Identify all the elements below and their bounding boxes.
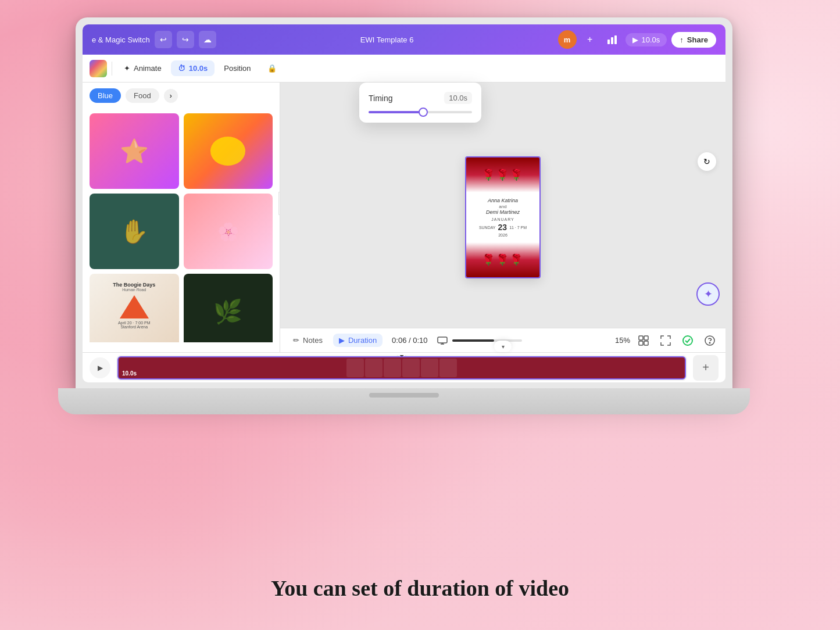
- style-card-6[interactable]: 🌿: [184, 274, 273, 342]
- tag-more-arrow[interactable]: ›: [164, 89, 178, 103]
- project-title: EWI Template 6: [223, 35, 551, 44]
- tag-food[interactable]: Food: [126, 88, 159, 103]
- canvas-refresh-button[interactable]: ↻: [698, 152, 716, 171]
- timeline-clip[interactable]: 10.0s: [117, 356, 686, 380]
- help-button[interactable]: [701, 332, 719, 349]
- style-card-3[interactable]: [90, 194, 179, 269]
- check-button[interactable]: [679, 332, 696, 349]
- redo-button[interactable]: ↪: [177, 31, 194, 48]
- color-swatch[interactable]: [90, 60, 107, 77]
- screen-button[interactable]: [437, 337, 448, 345]
- magic-switch-label: e & Magic Switch: [92, 35, 150, 44]
- timing-slider-thumb[interactable]: [419, 108, 428, 117]
- duration-icon: ▶: [339, 336, 345, 345]
- caption-text: You can set of duration of video: [271, 576, 569, 600]
- duration-button[interactable]: ▶ Duration: [333, 334, 383, 347]
- position-button[interactable]: Position: [217, 60, 258, 76]
- canvas-collapse-arrow[interactable]: ▾: [494, 341, 512, 352]
- style-card-2[interactable]: [184, 113, 273, 189]
- svg-rect-15: [644, 341, 648, 345]
- header-right: m + ▶ 10.0s ↑ Sh: [558, 30, 716, 49]
- animate-label: Animate: [134, 64, 162, 73]
- card-content: Anna Katrina and Demi Martinez JANUARY S…: [471, 189, 535, 245]
- progress-bar-container[interactable]: [452, 339, 522, 342]
- share-icon: ↑: [680, 35, 684, 44]
- style-card-4[interactable]: 🌸: [184, 194, 273, 269]
- undo-button[interactable]: ↩: [155, 31, 172, 48]
- svg-rect-13: [644, 336, 648, 340]
- progress-fill: [452, 339, 494, 342]
- position-label: Position: [224, 64, 251, 73]
- svg-point-16: [683, 336, 692, 345]
- timing-slider[interactable]: [369, 111, 472, 113]
- notes-label: Notes: [303, 336, 323, 345]
- style-card-1[interactable]: ⭐: [90, 113, 179, 189]
- card-rose-bottom: [466, 242, 539, 277]
- notes-button[interactable]: ✏ Notes: [287, 334, 328, 347]
- timing-popup-label: Timing: [369, 94, 393, 103]
- share-label: Share: [687, 35, 708, 44]
- card-time: 11 · 7 PM: [509, 225, 527, 230]
- play-icon: ▶: [632, 35, 638, 44]
- laptop-base: [58, 388, 750, 414]
- caption: You can set of duration of video: [0, 575, 840, 601]
- clip-thumb-5: [421, 359, 438, 377]
- card-date: 23: [498, 223, 507, 232]
- sidebar-grid: ⭐ 🌸 The Boogie Days: [83, 109, 280, 342]
- add-clip-button[interactable]: +: [693, 355, 719, 381]
- lock-button[interactable]: 🔒: [260, 60, 284, 76]
- clip-thumb-6: [439, 359, 457, 377]
- sidebar: Styles Blue Food: [83, 55, 280, 352]
- card-name1: Anna Katrina: [488, 198, 518, 204]
- add-button[interactable]: +: [581, 31, 599, 48]
- cloud-button[interactable]: ☁: [199, 31, 216, 48]
- animate-button[interactable]: ✦ Animate: [117, 60, 169, 76]
- clip-label: 10.0s: [122, 370, 137, 377]
- laptop-bezel: e & Magic Switch ↩ ↪ ☁ EWI Template 6 m …: [76, 17, 732, 389]
- app-header: e & Magic Switch ↩ ↪ ☁ EWI Template 6 m …: [83, 24, 725, 55]
- analytics-button[interactable]: [603, 31, 621, 48]
- play-time-button[interactable]: ▶ 10.0s: [625, 33, 667, 46]
- animate-icon: ✦: [124, 64, 130, 73]
- tag-blue[interactable]: Blue: [90, 88, 121, 103]
- timing-icon: ⏱: [178, 64, 185, 73]
- toolbar-separator: [112, 62, 112, 76]
- toolbar: ✦ Animate ⏱ 10.0s Position 🔒: [83, 55, 725, 83]
- card-year: 2026: [498, 233, 507, 237]
- canvas-area: Anna Katrina and Demi Martinez JANUARY S…: [280, 83, 725, 352]
- screen: e & Magic Switch ↩ ↪ ☁ EWI Template 6 m …: [83, 24, 725, 382]
- notes-icon: ✏: [293, 336, 299, 345]
- canvas-sparkle-button[interactable]: ✦: [696, 282, 720, 306]
- card-day: SUNDAY: [479, 225, 496, 230]
- timing-popup: Timing 10.0s: [359, 83, 481, 123]
- progress-bar[interactable]: [452, 339, 522, 342]
- clip-thumb-1: [346, 359, 364, 377]
- timing-label: 10.0s: [189, 64, 208, 73]
- share-button[interactable]: ↑ Share: [671, 32, 716, 48]
- style-card-5[interactable]: The Boogie Days Human Road April 20 · 7:…: [90, 274, 179, 342]
- sidebar-tags: Blue Food ›: [83, 83, 280, 109]
- timeline-track[interactable]: 10.0s: [116, 355, 687, 381]
- svg-rect-2: [614, 35, 617, 44]
- svg-rect-14: [639, 341, 643, 345]
- svg-rect-12: [639, 336, 643, 340]
- duration-label: Duration: [348, 336, 377, 345]
- avatar[interactable]: m: [558, 30, 577, 49]
- card-and: and: [499, 204, 506, 209]
- play-button[interactable]: ▶: [90, 357, 110, 378]
- invitation-card[interactable]: Anna Katrina and Demi Martinez JANUARY S…: [465, 156, 541, 278]
- svg-point-18: [709, 342, 710, 343]
- clip-thumb-3: [384, 359, 401, 377]
- laptop-wrapper: e & Magic Switch ↩ ↪ ☁ EWI Template 6 m …: [76, 17, 732, 413]
- play-time-label: 10.0s: [642, 35, 660, 44]
- header-left: e & Magic Switch ↩ ↪ ☁: [92, 31, 216, 48]
- clip-thumb-4: [402, 359, 420, 377]
- card-rose-top: [466, 158, 539, 192]
- clip-thumb-2: [365, 359, 383, 377]
- grid-button[interactable]: [635, 332, 652, 349]
- timing-popup-value: 10.0s: [444, 92, 472, 104]
- sidebar-collapse-tab[interactable]: ‹: [278, 192, 280, 215]
- expand-button[interactable]: [657, 332, 674, 349]
- card-month: JANUARY: [491, 217, 514, 221]
- timing-button[interactable]: ⏱ 10.0s: [171, 60, 215, 76]
